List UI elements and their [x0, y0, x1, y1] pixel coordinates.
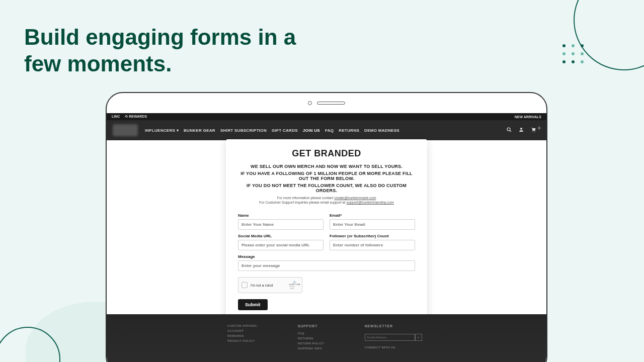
nav-faq[interactable]: FAQ [325, 128, 334, 133]
footer-col-2: SUPPORT FAQ RETURNS RETURN POLICY SHIPPI… [298, 324, 325, 362]
svg-point-2 [520, 128, 522, 130]
nav-join-us[interactable]: JOIN US [303, 128, 320, 133]
svg-point-3 [532, 131, 533, 132]
site-navbar: INFLUENCERS ▾ BUNKER GEAR SHIRT SUBSCRIP… [107, 120, 546, 140]
nav-shirt-subscription[interactable]: SHIRT SUBSCRIPTION [220, 128, 267, 133]
site-footer: CUSTOM APPAREL ACCOUNT REWARDS PRIVACY P… [107, 314, 546, 362]
form-subtitle-3: IF YOU DO NOT MEET THE FOLLOWER COUNT, W… [238, 183, 415, 193]
footer-connect: CONNECT WITH US [365, 346, 422, 349]
hero-headline: Build engaging forms in a few moments. [24, 24, 326, 77]
footer-link[interactable]: ACCOUNT [227, 329, 258, 332]
newsletter-submit[interactable]: › [415, 334, 422, 341]
footer-link[interactable]: PRIVACY POLICY [227, 339, 258, 342]
footer-col-1: CUSTOM APPAREL ACCOUNT REWARDS PRIVACY P… [227, 324, 258, 362]
footer-link[interactable]: RETURN POLICY [298, 342, 325, 345]
svg-point-4 [534, 131, 535, 132]
search-icon[interactable] [506, 126, 512, 135]
message-label: Message [238, 254, 415, 259]
social-label: Social Media URL [238, 234, 324, 238]
form-subtitle-1: WE SELL OUR OWN MERCH AND NOW WE WANT TO… [238, 164, 415, 169]
cart-count: 0 [538, 126, 540, 135]
decorative-circle [0, 327, 60, 362]
footer-title-newsletter: NEWSLETTER [365, 324, 422, 328]
footer-link[interactable]: RETURNS [298, 337, 325, 340]
form-info-1: For more information please contact crea… [238, 196, 415, 200]
email-label: Email* [330, 213, 415, 218]
followers-label: Follower (or Subscriber) Count [330, 234, 415, 238]
submit-button[interactable]: Submit [238, 299, 268, 310]
form-title: GET BRANDED [238, 148, 415, 159]
tablet-camera [308, 101, 345, 105]
footer-title-support: SUPPORT [298, 324, 325, 328]
footer-link[interactable]: REWARDS [227, 334, 258, 337]
footer-link[interactable]: FAQ [298, 332, 325, 335]
nav-gift-cards[interactable]: GIFT CARDS [272, 128, 298, 133]
footer-link[interactable]: SHIPPING INFO [298, 347, 325, 350]
name-label: Name [238, 213, 324, 218]
svg-point-0 [507, 128, 510, 131]
tablet-frame: LINC ⟲ REWARDS NEW ARRIVALS INFLUENCERS … [106, 92, 547, 362]
footer-col-3: NEWSLETTER › CONNECT WITH US [365, 324, 422, 362]
info-email-2[interactable]: support@bunkerbranding.com [347, 201, 394, 204]
name-input[interactable] [238, 219, 324, 230]
recaptcha[interactable]: I'm not a robot reCAPTCHA Privacy · Term… [238, 277, 302, 293]
account-icon[interactable] [518, 126, 524, 135]
cart-icon[interactable] [530, 126, 536, 135]
nav-demo-madness[interactable]: DEMO MADNESS [364, 128, 399, 133]
newsletter-input[interactable] [365, 334, 415, 341]
form-subtitle-2: IF YOU HAVE A FOLLOWING OF 1 MILLION PEO… [238, 171, 415, 181]
nav-bunker-gear[interactable]: BUNKER GEAR [184, 128, 215, 133]
tablet-screen: LINC ⟲ REWARDS NEW ARRIVALS INFLUENCERS … [107, 113, 546, 362]
info-email-1[interactable]: create@bunkerrmade.com [335, 196, 376, 200]
email-input[interactable] [330, 219, 415, 230]
site-topbar: LINC ⟲ REWARDS NEW ARRIVALS [107, 113, 546, 120]
site-logo[interactable] [113, 124, 138, 136]
social-input[interactable] [238, 240, 324, 250]
topbar-brand: LINC [112, 115, 120, 119]
nav-returns[interactable]: RETURNS [339, 128, 359, 133]
form-card: GET BRANDED WE SELL OUR OWN MERCH AND NO… [226, 139, 427, 321]
form-info-2: For Customer Support inquiries please em… [238, 201, 415, 204]
message-input[interactable] [238, 260, 415, 271]
recaptcha-checkbox[interactable] [242, 282, 248, 288]
footer-link[interactable]: CUSTOM APPAREL [227, 324, 258, 327]
topbar-announce: NEW ARRIVALS [515, 115, 541, 119]
recaptcha-label: I'm not a robot [251, 284, 273, 287]
svg-line-1 [510, 131, 511, 132]
topbar-rewards[interactable]: ⟲ REWARDS [125, 115, 147, 119]
recaptcha-logo-icon: reCAPTCHA Privacy · Terms [290, 281, 299, 290]
nav-links: INFLUENCERS ▾ BUNKER GEAR SHIRT SUBSCRIP… [145, 128, 399, 133]
followers-input[interactable] [330, 240, 415, 250]
nav-influencers[interactable]: INFLUENCERS ▾ [145, 128, 179, 133]
